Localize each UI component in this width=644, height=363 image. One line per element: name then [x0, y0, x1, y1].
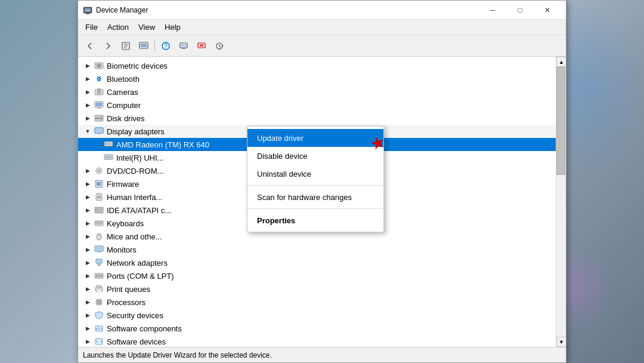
item-label: Network adapters: [107, 259, 168, 267]
list-item[interactable]: ▶ Security devices: [78, 309, 556, 322]
expand-icon[interactable]: ▶: [83, 245, 92, 254]
expand-icon[interactable]: ▶: [83, 74, 92, 84]
list-item[interactable]: ▶ Software devices: [78, 335, 556, 347]
svg-text:?: ?: [164, 43, 168, 50]
svg-rect-1: [85, 8, 91, 12]
item-label: Firmware: [107, 180, 139, 189]
expand-icon[interactable]: ▶: [83, 337, 92, 346]
expand-icon[interactable]: ▶: [83, 192, 92, 202]
expand-icon[interactable]: ▶: [83, 166, 92, 176]
printer-icon: [94, 284, 104, 294]
back-button[interactable]: [82, 38, 98, 54]
device-manager-window: Device Manager ─ □ ✕ File Action View He…: [78, 0, 566, 363]
list-item[interactable]: ▶ Disk drives: [78, 112, 556, 125]
list-item[interactable]: ▶ Biometric devices: [78, 59, 556, 72]
menu-action[interactable]: Action: [103, 21, 134, 33]
expand-icon[interactable]: ▼: [83, 127, 92, 136]
item-label: Mice and othe...: [107, 232, 162, 241]
item-label: Display adapters: [107, 127, 165, 136]
forward-button[interactable]: [100, 38, 116, 54]
svg-point-44: [98, 195, 100, 196]
context-separator-2: [247, 208, 383, 209]
svg-rect-60: [97, 264, 101, 266]
list-item[interactable]: ▶ Bluetooth: [78, 72, 556, 85]
close-button[interactable]: ✕: [534, 1, 561, 20]
list-item[interactable]: ▶ Processors: [78, 296, 556, 309]
context-update-driver[interactable]: Update driver: [247, 129, 383, 147]
svg-rect-32: [97, 133, 101, 134]
context-uninstall-device[interactable]: Uninstall device: [247, 165, 383, 183]
dvd-icon: [94, 166, 104, 176]
item-label: AMD Radeon (TM) RX 640: [116, 140, 209, 149]
app-icon: [83, 5, 92, 15]
expand-icon[interactable]: ▶: [83, 205, 92, 215]
item-label: Cameras: [107, 88, 138, 97]
svg-rect-26: [97, 107, 101, 109]
svg-rect-58: [97, 260, 101, 262]
status-text: Launches the Update Driver Wizard for th…: [83, 351, 272, 359]
toolbar-separator-1: [154, 40, 155, 52]
adapter-icon: [103, 153, 114, 162]
menu-view[interactable]: View: [134, 21, 160, 33]
keyboard-icon: [94, 219, 104, 228]
context-properties[interactable]: Properties: [247, 211, 383, 229]
expand-icon[interactable]: ▶: [83, 310, 92, 320]
expand-icon[interactable]: ▶: [83, 284, 92, 294]
context-disable-device[interactable]: Disable device: [247, 147, 383, 165]
expand-icon[interactable]: ▶: [83, 100, 92, 110]
scan-button[interactable]: [211, 38, 228, 54]
svg-rect-51: [95, 223, 103, 224]
maximize-button[interactable]: □: [506, 1, 534, 20]
list-item[interactable]: ▶ Cameras: [78, 85, 556, 99]
svg-rect-45: [97, 196, 101, 197]
expand-icon[interactable]: ▶: [83, 271, 92, 281]
properties-button[interactable]: [117, 38, 134, 54]
mouse-icon: [94, 232, 104, 241]
help-button[interactable]: ?: [157, 38, 174, 54]
list-item[interactable]: ▶ Software components: [78, 322, 556, 335]
menu-bar: File Action View Help: [78, 20, 566, 35]
expand-icon[interactable]: ▶: [83, 179, 92, 189]
monitor-icon: [94, 245, 104, 254]
expand-icon[interactable]: ▶: [83, 87, 92, 97]
update-driver-button[interactable]: [135, 38, 152, 54]
list-item[interactable]: ▶ Monitors: [78, 243, 556, 256]
list-item[interactable]: ▶ Network adapters: [78, 256, 556, 269]
expand-icon[interactable]: ▶: [83, 258, 92, 267]
svg-rect-36: [106, 156, 112, 158]
svg-rect-8: [141, 44, 147, 47]
svg-rect-34: [106, 143, 112, 145]
expand-icon[interactable]: ▶: [83, 113, 92, 123]
expand-icon[interactable]: ▶: [83, 61, 92, 70]
scrollbar[interactable]: ▲ ▼: [556, 57, 566, 347]
software-comp-icon: [94, 324, 104, 333]
svg-rect-55: [96, 247, 102, 250]
list-item[interactable]: ▶ Print queues: [78, 282, 556, 296]
display-icon: [94, 127, 104, 136]
list-item[interactable]: ▶ Ports (COM & LPT): [78, 269, 556, 282]
menu-help[interactable]: Help: [160, 21, 185, 33]
svg-rect-48: [95, 208, 103, 213]
remove-button[interactable]: [193, 38, 210, 54]
scroll-track[interactable]: [556, 67, 566, 337]
expand-icon[interactable]: ▶: [83, 219, 92, 228]
context-scan-hardware[interactable]: Scan for hardware changes: [247, 188, 383, 206]
list-item[interactable]: ▶ Computer: [78, 99, 556, 112]
scroll-down-arrow[interactable]: ▼: [556, 337, 566, 347]
menu-file[interactable]: File: [80, 21, 103, 33]
expand-icon[interactable]: ▶: [83, 324, 92, 333]
scroll-thumb[interactable]: [556, 67, 565, 175]
scroll-up-arrow[interactable]: ▲: [556, 57, 566, 67]
item-label: Software devices: [107, 337, 166, 346]
minimize-button[interactable]: ─: [479, 1, 506, 20]
context-separator-1: [247, 185, 383, 186]
computer-icon: [94, 100, 104, 110]
device-button[interactable]: [175, 38, 192, 54]
expand-icon[interactable]: ▶: [83, 297, 92, 307]
firmware-icon: [94, 179, 104, 189]
cpu-icon: [94, 297, 104, 307]
item-label: Processors: [107, 298, 145, 307]
svg-rect-29: [95, 118, 100, 119]
expand-icon[interactable]: ▶: [83, 232, 92, 241]
hid-icon: [94, 192, 104, 202]
